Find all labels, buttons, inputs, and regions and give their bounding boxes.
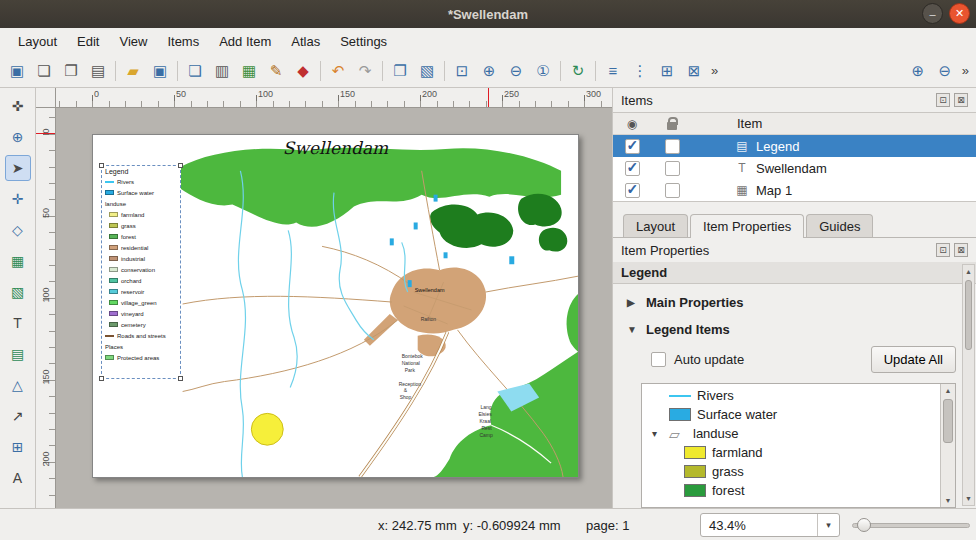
tab-guides[interactable]: Guides — [806, 214, 873, 237]
move-item-content-tool-icon[interactable]: ✛ — [5, 186, 31, 212]
panel-close-icon[interactable]: ⊠ — [954, 243, 968, 257]
menu-add-item[interactable]: Add Item — [209, 30, 281, 53]
toolbar-overflow-icon[interactable]: » — [708, 63, 721, 78]
menu-atlas[interactable]: Atlas — [281, 30, 330, 53]
layout-page[interactable]: Swellendam Railton Bontebok National Par… — [92, 134, 579, 478]
new-layout-icon[interactable]: ❏ — [31, 58, 57, 84]
section-main-properties[interactable]: ▶ Main Properties — [623, 288, 956, 315]
selection-handle[interactable] — [178, 376, 183, 381]
open-icon[interactable]: ▰ — [120, 58, 146, 84]
close-button[interactable]: ✕ — [949, 3, 970, 24]
legend-list-scrollbar[interactable]: ▲ ▼ — [940, 384, 955, 507]
tab-layout[interactable]: Layout — [623, 214, 688, 237]
scrollbar-thumb[interactable] — [943, 399, 953, 443]
zoom-slider[interactable] — [852, 509, 970, 540]
zoom-combo[interactable]: 43.4% ▾ — [700, 513, 840, 537]
item-row-legend[interactable]: ▤ Legend — [613, 135, 976, 157]
save-as-icon[interactable]: ▣ — [147, 58, 173, 84]
save-icon[interactable]: ▣ — [4, 58, 30, 84]
selection-handle[interactable] — [178, 163, 183, 168]
pan-tool-icon[interactable]: ✜ — [5, 93, 31, 119]
add-arrow-icon[interactable]: ↗ — [5, 403, 31, 429]
add-shape-icon[interactable]: △ — [5, 372, 31, 398]
visibility-checkbox[interactable] — [625, 183, 640, 198]
export-pdf-icon[interactable]: ◆ — [290, 58, 316, 84]
lock-checkbox[interactable] — [665, 183, 680, 198]
align-items-icon[interactable]: ≡ — [600, 58, 626, 84]
copy-icon[interactable]: ❐ — [387, 58, 413, 84]
export-svg-icon[interactable]: ✎ — [263, 58, 289, 84]
paste-icon[interactable]: ▧ — [414, 58, 440, 84]
distribute-items-icon[interactable]: ⋮ — [627, 58, 653, 84]
export-image-icon[interactable]: ▦ — [236, 58, 262, 84]
zoom-tool-icon[interactable]: ⊕ — [5, 124, 31, 150]
zoom-full-icon[interactable]: ⊡ — [449, 58, 475, 84]
legend-item[interactable]: Legend Rivers Surface water — [101, 165, 181, 379]
visibility-checkbox[interactable] — [625, 139, 640, 154]
add-legend-icon[interactable]: ▤ — [5, 341, 31, 367]
panel-scrollbar[interactable]: ▲ ▼ — [962, 264, 975, 506]
print-icon[interactable]: ▥ — [209, 58, 235, 84]
edit-nodes-tool-icon[interactable]: ◇ — [5, 217, 31, 243]
add-north-arrow-icon[interactable]: A — [5, 465, 31, 491]
refresh-view-icon[interactable]: ↻ — [565, 58, 591, 84]
zoom-in-icon[interactable]: ⊕ — [476, 58, 502, 84]
scrollbar-thumb[interactable] — [965, 280, 972, 350]
panel-close-icon[interactable]: ⊠ — [954, 93, 968, 107]
add-page-icon[interactable]: ❏ — [182, 58, 208, 84]
resize-items-icon[interactable]: ⊞ — [654, 58, 680, 84]
zoom-out-icon[interactable]: ⊖ — [932, 58, 958, 84]
scroll-down-icon[interactable]: ▼ — [963, 492, 974, 505]
expander-icon[interactable]: ▾ — [652, 428, 663, 439]
lock-checkbox[interactable] — [665, 139, 680, 154]
menu-view[interactable]: View — [109, 30, 157, 53]
add-picture-icon[interactable]: ▧ — [5, 279, 31, 305]
layout-canvas[interactable]: Swellendam Railton Bontebok National Par… — [56, 108, 612, 508]
selection-handle[interactable] — [99, 376, 104, 381]
redo-icon[interactable]: ↷ — [352, 58, 378, 84]
legend-node-landuse[interactable]: ▾ ▱ landuse — [642, 424, 940, 443]
panel-float-icon[interactable]: ⊡ — [936, 93, 950, 107]
layout-manager-icon[interactable]: ▤ — [85, 58, 111, 84]
add-label-icon[interactable]: T — [5, 310, 31, 336]
legend-node-grass[interactable]: grass — [642, 462, 940, 481]
section-legend-items[interactable]: ▼ Legend Items — [623, 315, 956, 342]
zoom-actual-icon[interactable]: ① — [530, 58, 556, 84]
scroll-down-icon[interactable]: ▼ — [941, 494, 955, 507]
item-row-map-1[interactable]: ▦ Map 1 — [613, 179, 976, 201]
menu-items[interactable]: Items — [157, 30, 209, 53]
chevron-down-icon[interactable]: ▾ — [817, 514, 839, 536]
duplicate-layout-icon[interactable]: ❐ — [58, 58, 84, 84]
legend-node-forest[interactable]: forest — [642, 481, 940, 500]
toolbar-separator — [444, 61, 445, 81]
lock-checkbox[interactable] — [665, 161, 680, 176]
selection-handle[interactable] — [99, 163, 104, 168]
scroll-up-icon[interactable]: ▲ — [963, 265, 974, 278]
menu-edit[interactable]: Edit — [67, 30, 109, 53]
scroll-up-icon[interactable]: ▲ — [941, 384, 955, 397]
zoom-in-icon[interactable]: ⊕ — [905, 58, 931, 84]
legend-node-rivers[interactable]: Rivers — [642, 386, 940, 405]
auto-update-checkbox[interactable] — [651, 352, 666, 367]
add-attribute-table-icon[interactable]: ⊞ — [5, 434, 31, 460]
add-map-icon[interactable]: ▦ — [5, 248, 31, 274]
menu-layout[interactable]: Layout — [8, 30, 67, 53]
visibility-checkbox[interactable] — [625, 161, 640, 176]
minimize-button[interactable]: – — [922, 3, 943, 24]
update-all-button[interactable]: Update All — [871, 346, 956, 373]
legend-node-surface-water[interactable]: Surface water — [642, 405, 940, 424]
group-items-icon[interactable]: ⊠ — [681, 58, 707, 84]
panel-float-icon[interactable]: ⊡ — [936, 243, 950, 257]
title-label-item[interactable]: Swellendam — [93, 138, 578, 158]
zoom-slider-handle[interactable] — [857, 518, 871, 532]
item-label: Map 1 — [756, 183, 792, 198]
select-move-item-tool-icon[interactable]: ➤ — [5, 155, 31, 181]
cursor-x-marker — [488, 88, 489, 107]
zoom-out-icon[interactable]: ⊖ — [503, 58, 529, 84]
toolbar-overflow-icon[interactable]: » — [959, 63, 972, 78]
item-row-swellendam[interactable]: T Swellendam — [613, 157, 976, 179]
undo-icon[interactable]: ↶ — [325, 58, 351, 84]
tab-item-properties[interactable]: Item Properties — [690, 214, 804, 238]
menu-settings[interactable]: Settings — [330, 30, 397, 53]
legend-node-farmland[interactable]: farmland — [642, 443, 940, 462]
